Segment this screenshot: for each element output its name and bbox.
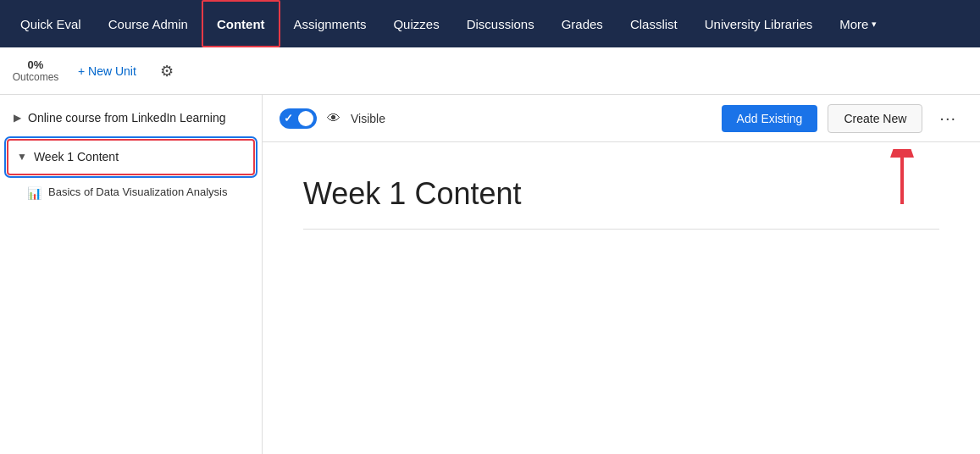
nav-item-course-admin[interactable]: Course Admin bbox=[95, 0, 202, 47]
settings-gear-button[interactable]: ⚙ bbox=[153, 58, 180, 84]
nav-item-quizzes[interactable]: Quizzes bbox=[379, 0, 452, 47]
top-navigation: Quick Eval Course Admin Content Assignme… bbox=[0, 0, 980, 47]
nav-item-assignments[interactable]: Assignments bbox=[280, 0, 380, 47]
data-viz-icon: 📊 bbox=[27, 186, 42, 200]
sidebar-item-linkedin-course[interactable]: ▶ Online course from LinkedIn Learning bbox=[0, 102, 262, 136]
nav-item-grades[interactable]: Grades bbox=[548, 0, 617, 47]
nav-item-classlist[interactable]: Classlist bbox=[617, 0, 691, 47]
sidebar-item-linkedin-label: Online course from LinkedIn Learning bbox=[28, 110, 225, 127]
sidebar-sub-item-data-viz[interactable]: 📊 Basics of Data Visualization Analysis bbox=[0, 179, 262, 207]
new-unit-button[interactable]: + New Unit bbox=[71, 61, 143, 81]
content-area: ▶ Online course from LinkedIn Learning ▼… bbox=[0, 95, 980, 454]
eye-icon: 👁 bbox=[327, 111, 341, 126]
visible-toggle[interactable]: ✓ bbox=[280, 108, 317, 129]
annotation-arrow bbox=[877, 149, 927, 208]
nav-item-university-libraries[interactable]: University Libraries bbox=[691, 0, 827, 47]
content-toolbar: ✓ 👁 Visible Add Existing Create New ··· bbox=[263, 95, 980, 142]
toggle-track: ✓ bbox=[280, 108, 317, 129]
sidebar-item-week1-content[interactable]: ▼ Week 1 Content bbox=[7, 139, 255, 176]
nav-item-discussions[interactable]: Discussions bbox=[453, 0, 548, 47]
gear-icon: ⚙ bbox=[160, 63, 174, 80]
outcomes-label: Outcomes bbox=[13, 71, 59, 83]
toggle-check-icon: ✓ bbox=[284, 112, 293, 125]
content-right: ✓ 👁 Visible Add Existing Create New ··· bbox=[263, 95, 980, 454]
sub-header: 0% Outcomes + New Unit ⚙ bbox=[0, 47, 980, 95]
toggle-thumb bbox=[298, 111, 313, 126]
nav-item-content[interactable]: Content bbox=[202, 0, 280, 47]
create-new-button[interactable]: Create New bbox=[828, 104, 922, 133]
visible-label: Visible bbox=[351, 112, 385, 125]
sidebar: ▶ Online course from LinkedIn Learning ▼… bbox=[0, 95, 263, 454]
nav-item-more[interactable]: More ▾ bbox=[826, 0, 890, 47]
add-existing-button[interactable]: Add Existing bbox=[722, 105, 818, 132]
content-divider bbox=[303, 229, 939, 230]
more-options-button[interactable]: ··· bbox=[933, 105, 963, 131]
content-body: Week 1 Content bbox=[263, 142, 980, 454]
sidebar-sub-item-label: Basics of Data Visualization Analysis bbox=[48, 185, 227, 198]
collapse-arrow-icon: ▶ bbox=[14, 112, 21, 124]
three-dots-icon: ··· bbox=[939, 108, 956, 127]
more-chevron-icon: ▾ bbox=[872, 19, 877, 30]
nav-item-quick-eval[interactable]: Quick Eval bbox=[7, 0, 95, 47]
expand-arrow-icon: ▼ bbox=[17, 151, 27, 163]
sidebar-item-week1-label: Week 1 Content bbox=[34, 149, 119, 166]
page-title: Week 1 Content bbox=[303, 176, 939, 212]
outcomes-percent: 0% bbox=[28, 58, 44, 71]
outcomes-section: 0% Outcomes bbox=[10, 58, 61, 83]
